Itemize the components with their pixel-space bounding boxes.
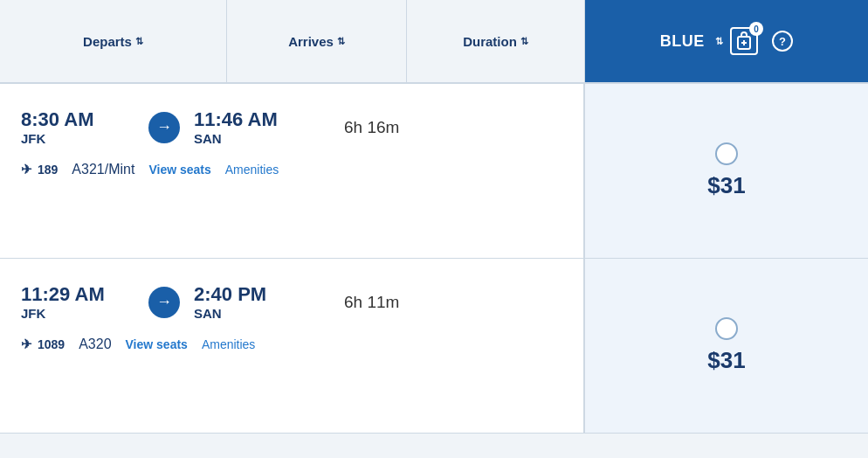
plane-icon: ✈	[21, 337, 32, 352]
flight-details: ✈ 1089 A320 View seats Amenities	[21, 337, 562, 352]
departs-label: Departs	[83, 34, 132, 49]
flight-select-radio[interactable]	[715, 317, 738, 340]
view-seats-button[interactable]: View seats	[126, 337, 188, 351]
depart-info: 11:29 AM JFK	[21, 283, 134, 321]
flight-number: 1089	[38, 337, 65, 351]
depart-airport: JFK	[21, 131, 134, 146]
amenities-button[interactable]: Amenities	[225, 163, 279, 177]
blue-header[interactable]: BLUE ⇅ 0 ?	[585, 0, 868, 82]
flight-row: 8:30 AM JFK → 11:46 AM SAN 6h 16m ✈ 189 …	[0, 84, 868, 259]
plane-info: ✈ 1089	[21, 337, 65, 352]
flight-row: 11:29 AM JFK → 2:40 PM SAN 6h 11m ✈ 1089…	[0, 259, 868, 434]
bag-count-badge: 0	[749, 22, 763, 36]
flight-main-info: 8:30 AM JFK → 11:46 AM SAN 6h 16m ✈ 189 …	[0, 84, 585, 258]
flight-price-col: $31	[585, 259, 868, 433]
arrives-sort-icon[interactable]: ⇅	[337, 36, 345, 47]
help-icon[interactable]: ?	[772, 31, 793, 52]
blue-sort-icon[interactable]: ⇅	[715, 36, 724, 47]
flight-price: $31	[707, 347, 745, 374]
flight-price: $31	[707, 172, 745, 199]
bag-icon[interactable]: 0	[730, 27, 758, 55]
aircraft-type: A320	[79, 337, 111, 352]
flight-duration: 6h 16m	[344, 118, 399, 137]
plane-icon: ✈	[21, 162, 32, 177]
duration-label: Duration	[463, 34, 517, 49]
flight-select-radio[interactable]	[715, 142, 738, 165]
aircraft-type: A321/Mint	[72, 162, 134, 177]
duration-header[interactable]: Duration ⇅	[407, 0, 585, 82]
arrive-info: 2:40 PM SAN	[194, 283, 316, 321]
amenities-button[interactable]: Amenities	[202, 337, 255, 351]
depart-time: 8:30 AM	[21, 108, 134, 131]
arrives-header[interactable]: Arrives ⇅	[227, 0, 407, 82]
departs-sort-icon[interactable]: ⇅	[135, 36, 143, 47]
flight-times: 8:30 AM JFK → 11:46 AM SAN 6h 16m	[21, 108, 562, 146]
flight-arrow-icon: →	[148, 112, 180, 143]
arrive-time: 11:46 AM	[194, 108, 316, 131]
flight-number: 189	[38, 163, 58, 177]
flight-price-col: $31	[585, 84, 868, 258]
arrive-airport: SAN	[194, 306, 316, 321]
flight-details: ✈ 189 A321/Mint View seats Amenities	[21, 162, 562, 177]
departs-header[interactable]: Departs ⇅	[0, 0, 227, 82]
duration-sort-icon[interactable]: ⇅	[520, 36, 528, 47]
depart-airport: JFK	[21, 306, 134, 321]
arrives-label: Arrives	[288, 34, 334, 49]
flight-arrow-icon: →	[148, 287, 180, 318]
flight-times: 11:29 AM JFK → 2:40 PM SAN 6h 11m	[21, 283, 562, 321]
depart-info: 8:30 AM JFK	[21, 108, 134, 146]
blue-label: BLUE	[660, 32, 705, 51]
arrive-airport: SAN	[194, 131, 316, 146]
arrive-info: 11:46 AM SAN	[194, 108, 316, 146]
arrive-time: 2:40 PM	[194, 283, 316, 306]
table-header: Departs ⇅ Arrives ⇅ Duration ⇅ BLUE ⇅ 0 …	[0, 0, 868, 84]
depart-time: 11:29 AM	[21, 283, 134, 306]
view-seats-button[interactable]: View seats	[148, 163, 210, 177]
plane-info: ✈ 189	[21, 162, 58, 177]
flight-duration: 6h 11m	[344, 293, 399, 312]
flight-main-info: 11:29 AM JFK → 2:40 PM SAN 6h 11m ✈ 1089…	[0, 259, 585, 433]
